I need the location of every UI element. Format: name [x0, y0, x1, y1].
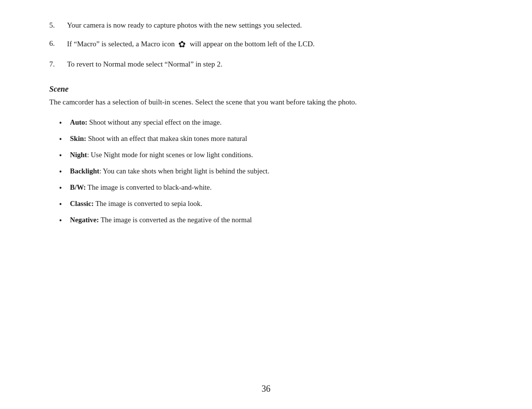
numbered-list: 5. Your camera is now ready to capture p…	[49, 20, 483, 70]
bullet-desc-backlight: : You can take shots when bright light i…	[100, 167, 269, 175]
item-6-text-before: If “Macro” is selected, a Macro icon	[67, 40, 175, 48]
item-number-5: 5.	[49, 20, 67, 31]
item-content-6: If “Macro” is selected, a Macro icon ✿ w…	[67, 38, 483, 52]
bullet-item-classic: • Classic: The image is converted to sep…	[59, 199, 483, 210]
bullet-dot: •	[59, 215, 70, 227]
bullet-content-backlight: Backlight: You can take shots when brigh…	[70, 166, 483, 177]
scene-section: Scene The camcorder has a selection of b…	[49, 85, 483, 226]
bullet-term-auto: Auto:	[70, 118, 87, 126]
bullet-desc-skin: Shoot with an effect that makea skin ton…	[86, 135, 247, 142]
bullet-term-skin: Skin:	[70, 135, 86, 142]
bullet-dot: •	[59, 199, 70, 210]
bullet-content-bw: B/W: The image is converted to black-and…	[70, 182, 483, 193]
item-number-6: 6.	[49, 38, 67, 49]
bullet-term-night: Night	[70, 151, 87, 159]
list-item-5: 5. Your camera is now ready to capture p…	[49, 20, 483, 31]
bullet-item-skin: • Skin: Shoot with an effect that makea …	[59, 134, 483, 145]
bullet-desc-auto: Shoot without any special effect on the …	[87, 118, 221, 126]
list-item-6: 6. If “Macro” is selected, a Macro icon …	[49, 38, 483, 52]
bullet-term-backlight: Backlight	[70, 167, 100, 175]
section-description: The camcorder has a selection of built-i…	[49, 97, 483, 108]
bullet-content-classic: Classic: The image is converted to sepia…	[70, 199, 483, 209]
section-title: Scene	[49, 85, 483, 94]
bullet-dot: •	[59, 134, 70, 145]
bullet-item-bw: • B/W: The image is converted to black-a…	[59, 182, 483, 194]
bullet-dot: •	[59, 182, 70, 194]
bullet-content-negative: Negative: The image is converted as the …	[70, 215, 483, 226]
macro-icon: ✿	[178, 38, 186, 52]
list-item-7: 7. To revert to Normal mode select “Norm…	[49, 59, 483, 70]
bullet-desc-night: : Use Night mode for night scenes or low…	[87, 151, 253, 159]
bullet-list: • Auto: Shoot without any special effect…	[59, 117, 483, 227]
bullet-desc-negative: The image is converted as the negative o…	[99, 216, 252, 224]
bullet-desc-bw: The image is converted to black-and-whit…	[86, 183, 211, 191]
bullet-dot: •	[59, 150, 70, 162]
bullet-content-night: Night: Use Night mode for night scenes o…	[70, 150, 483, 161]
bullet-item-night: • Night: Use Night mode for night scenes…	[59, 150, 483, 162]
bullet-content-skin: Skin: Shoot with an effect that makea sk…	[70, 134, 483, 144]
item-content-5: Your camera is now ready to capture phot…	[67, 20, 483, 31]
item-number-7: 7.	[49, 59, 67, 70]
bullet-desc-classic: The image is converted to sepia look.	[94, 200, 202, 207]
item-content-7: To revert to Normal mode select “Normal”…	[67, 59, 483, 70]
bullet-dot: •	[59, 117, 70, 129]
bullet-content-auto: Auto: Shoot without any special effect o…	[70, 117, 483, 128]
bullet-item-negative: • Negative: The image is converted as th…	[59, 215, 483, 227]
bullet-term-classic: Classic:	[70, 200, 94, 207]
bullet-term-negative: Negative:	[70, 216, 99, 224]
bullet-item-backlight: • Backlight: You can take shots when bri…	[59, 166, 483, 178]
item-6-text-after: will appear on the bottom left of the LC…	[190, 40, 315, 48]
bullet-term-bw: B/W:	[70, 183, 86, 191]
page: 5. Your camera is now ready to capture p…	[0, 0, 532, 409]
page-number: 36	[262, 384, 270, 394]
bullet-item-auto: • Auto: Shoot without any special effect…	[59, 117, 483, 129]
bullet-dot: •	[59, 166, 70, 178]
